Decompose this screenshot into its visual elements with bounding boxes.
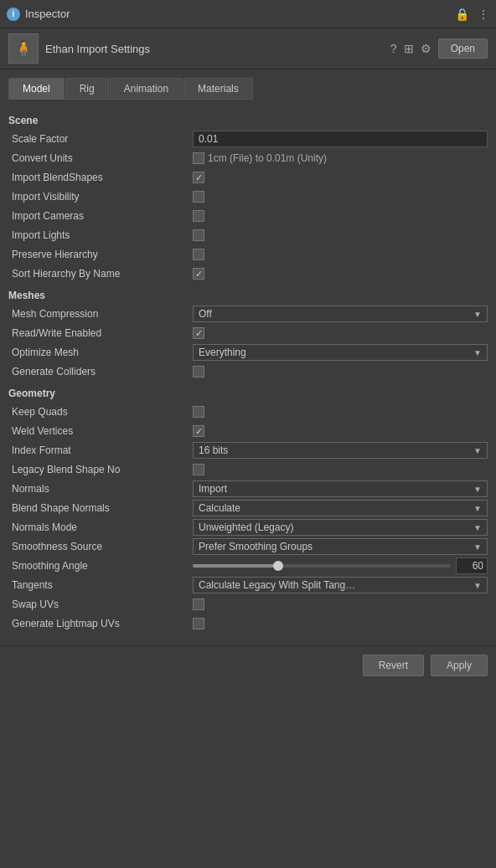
normals-dropdown[interactable]: Import ▼ <box>193 480 488 497</box>
read-write-label: Read/Write Enabled <box>8 327 193 339</box>
normals-mode-dropdown[interactable]: Unweighted (Legacy) ▼ <box>193 519 488 536</box>
field-sort-hierarchy: Sort Hierarchy By Name <box>8 265 488 283</box>
swap-uvs-checkbox[interactable] <box>193 598 204 610</box>
mesh-compression-label: Mesh Compression <box>8 308 193 320</box>
generate-lightmap-uvs-label: Generate Lightmap UVs <box>8 618 193 629</box>
blend-shape-normals-arrow: ▼ <box>473 504 482 513</box>
normals-mode-arrow: ▼ <box>473 523 482 532</box>
open-button[interactable]: Open <box>438 39 488 59</box>
weld-vertices-checkbox[interactable] <box>193 425 204 437</box>
scale-factor-input[interactable] <box>193 131 488 147</box>
field-convert-units: Convert Units 1cm (File) to 0.01m (Unity… <box>8 149 488 167</box>
field-smoothing-angle: Smoothing Angle <box>8 557 488 575</box>
field-swap-uvs: Swap UVs <box>8 595 488 614</box>
optimize-mesh-dropdown[interactable]: Everything ▼ <box>193 344 488 361</box>
field-optimize-mesh: Optimize Mesh Everything ▼ <box>8 343 488 362</box>
weld-vertices-label: Weld Vertices <box>8 425 193 437</box>
optimize-mesh-label: Optimize Mesh <box>8 347 193 358</box>
normals-label: Normals <box>8 483 193 495</box>
import-lights-checkbox[interactable] <box>193 229 204 241</box>
normals-mode-value: Unweighted (Legacy) <box>199 521 293 533</box>
convert-units-label: Convert Units <box>8 152 193 164</box>
layout-icon[interactable]: ⊞ <box>404 42 414 55</box>
help-icon[interactable]: ? <box>390 42 397 55</box>
content-area: Scene Scale Factor Convert Units 1cm (Fi… <box>0 100 496 642</box>
settings-icon[interactable]: ⚙ <box>421 42 431 55</box>
field-smoothness-source: Smoothness Source Prefer Smoothing Group… <box>8 537 488 556</box>
generate-colliders-label: Generate Colliders <box>8 366 193 378</box>
smoothing-angle-value[interactable] <box>456 557 488 574</box>
index-format-dropdown[interactable]: 16 bits ▼ <box>193 442 488 459</box>
smoothness-source-value: Prefer Smoothing Groups <box>199 541 313 552</box>
generate-colliders-checkbox[interactable] <box>193 366 204 378</box>
smoothing-angle-slider-container <box>193 557 488 574</box>
import-blendshapes-checkbox[interactable] <box>193 172 204 183</box>
asset-right: ? ⊞ ⚙ Open <box>390 39 488 59</box>
optimize-mesh-arrow: ▼ <box>473 348 482 357</box>
title-bar: i Inspector 🔒 ⋮ <box>0 0 496 28</box>
field-blend-shape-normals: Blend Shape Normals Calculate ▼ <box>8 499 488 517</box>
import-lights-label: Import Lights <box>8 229 193 241</box>
tangents-dropdown[interactable]: Calculate Legacy With Split Tang… ▼ <box>193 577 488 593</box>
footer: Revert Apply <box>0 645 496 685</box>
field-legacy-blend-shape: Legacy Blend Shape No <box>8 460 488 479</box>
convert-units-checkbox[interactable] <box>193 152 204 164</box>
tangents-label: Tangents <box>8 579 193 591</box>
sort-hierarchy-checkbox[interactable] <box>193 268 204 280</box>
smoothing-angle-track[interactable] <box>193 564 451 568</box>
import-blendshapes-label: Import BlendShapes <box>8 172 193 183</box>
asset-header: 🧍 Ethan Import Settings ? ⊞ ⚙ Open <box>0 28 496 69</box>
import-visibility-label: Import Visibility <box>8 191 193 203</box>
smoothness-source-dropdown[interactable]: Prefer Smoothing Groups ▼ <box>193 538 488 555</box>
tab-materials[interactable]: Materials <box>183 78 253 100</box>
asset-title: Ethan Import Settings <box>45 43 150 55</box>
tangents-arrow: ▼ <box>473 581 482 590</box>
normals-arrow: ▼ <box>473 485 482 494</box>
import-visibility-checkbox[interactable] <box>193 191 204 203</box>
field-import-lights: Import Lights <box>8 226 488 244</box>
import-cameras-checkbox[interactable] <box>193 210 204 222</box>
field-normals: Normals Import ▼ <box>8 480 488 498</box>
asset-thumb-icon: 🧍 <box>14 39 33 58</box>
mesh-compression-dropdown[interactable]: Off ▼ <box>193 306 488 322</box>
mesh-compression-value: Off <box>199 308 212 320</box>
blend-shape-normals-value: Calculate <box>199 502 240 514</box>
lock-icon[interactable]: 🔒 <box>455 8 469 21</box>
field-read-write: Read/Write Enabled <box>8 324 488 342</box>
scale-factor-label: Scale Factor <box>8 133 193 145</box>
tangents-value: Calculate Legacy With Split Tang… <box>199 579 355 591</box>
apply-button[interactable]: Apply <box>431 655 488 676</box>
geometry-section-title: Geometry <box>8 388 488 399</box>
inspector-icon: i <box>7 8 20 21</box>
smoothness-source-label: Smoothness Source <box>8 541 193 552</box>
legacy-blend-shape-label: Legacy Blend Shape No <box>8 464 193 475</box>
optimize-mesh-value: Everything <box>199 347 246 358</box>
index-format-arrow: ▼ <box>473 446 482 455</box>
smoothness-source-arrow: ▼ <box>473 542 482 552</box>
field-import-blendshapes: Import BlendShapes <box>8 168 488 187</box>
revert-button[interactable]: Revert <box>363 655 424 676</box>
menu-icon[interactable]: ⋮ <box>478 8 489 21</box>
blend-shape-normals-dropdown[interactable]: Calculate ▼ <box>193 500 488 516</box>
field-tangents: Tangents Calculate Legacy With Split Tan… <box>8 576 488 594</box>
meshes-section-title: Meshes <box>8 290 488 301</box>
field-generate-colliders: Generate Colliders <box>8 362 488 381</box>
field-preserve-hierarchy: Preserve Hierarchy <box>8 245 488 264</box>
keep-quads-label: Keep Quads <box>8 406 193 418</box>
smoothing-angle-thumb[interactable] <box>273 561 283 571</box>
read-write-checkbox[interactable] <box>193 327 204 339</box>
asset-thumbnail: 🧍 <box>8 33 39 64</box>
normals-mode-label: Normals Mode <box>8 521 193 533</box>
mesh-compression-arrow: ▼ <box>473 310 482 319</box>
tab-rig[interactable]: Rig <box>65 78 109 100</box>
generate-lightmap-uvs-checkbox[interactable] <box>193 618 204 629</box>
keep-quads-checkbox[interactable] <box>193 406 204 418</box>
field-import-visibility: Import Visibility <box>8 187 488 206</box>
swap-uvs-label: Swap UVs <box>8 598 193 610</box>
tab-model[interactable]: Model <box>8 78 65 100</box>
tab-animation[interactable]: Animation <box>110 78 183 100</box>
smoothing-angle-fill <box>193 564 278 568</box>
legacy-blend-shape-checkbox[interactable] <box>193 464 204 475</box>
field-import-cameras: Import Cameras <box>8 207 488 225</box>
preserve-hierarchy-checkbox[interactable] <box>193 249 204 260</box>
